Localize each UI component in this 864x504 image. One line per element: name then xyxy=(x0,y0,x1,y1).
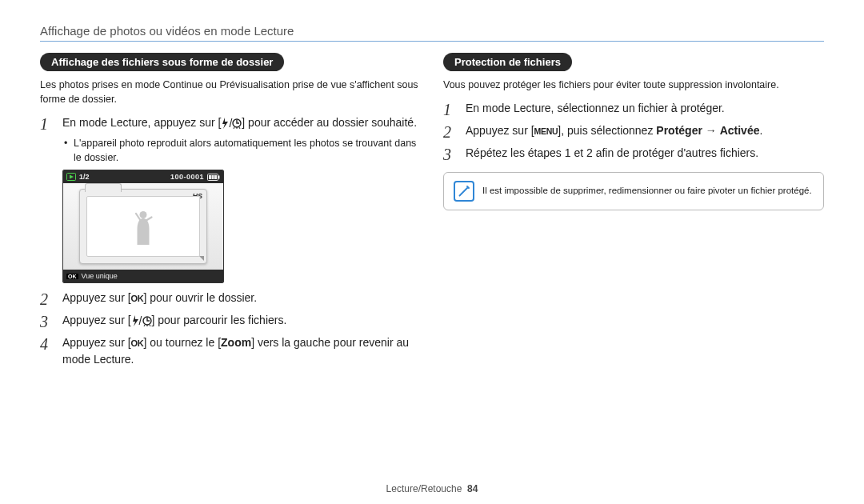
step-text: En mode Lecture, appuyez sur [/] pour ac… xyxy=(62,114,417,130)
title-separator xyxy=(40,41,824,42)
left-step1-bullets: L'appareil photo reproduit alors automat… xyxy=(64,137,421,165)
play-mode-icon xyxy=(66,173,76,181)
manual-page: Affichage de photos ou vidéos en mode Le… xyxy=(0,0,864,504)
svg-rect-5 xyxy=(212,175,214,179)
left-step-2: 2 Appuyez sur [OK] pour ouvrir le dossie… xyxy=(40,290,421,307)
right-intro: Vous pouvez protéger les fichiers pour é… xyxy=(443,78,824,92)
step-text: En mode Lecture, sélectionnez un fichier… xyxy=(466,100,725,116)
folder-corner-icon xyxy=(199,256,204,261)
left-steps: 1 En mode Lecture, appuyez sur [/] pour … xyxy=(40,114,421,367)
camera-ok-button-indicator: OK xyxy=(66,274,78,279)
camera-display-illustration: 1/2 100-0001 HS xyxy=(62,170,224,283)
right-steps: 1 En mode Lecture, sélectionnez un fichi… xyxy=(443,100,824,162)
camera-counter: 1/2 xyxy=(79,173,90,181)
flash-timer-icon: / xyxy=(221,118,242,129)
left-step-3: 3 Appuyez sur [/] pour parcourir les fic… xyxy=(40,312,421,330)
folder-illustration: HS xyxy=(79,189,207,264)
right-column: Protection de fichiers Vous pouvez proté… xyxy=(443,53,824,372)
step-text: Appuyez sur [/] pour parcourir les fichi… xyxy=(62,312,286,328)
footer-section: Lecture/Retouche xyxy=(386,483,462,494)
camera-fileno: 100-0001 xyxy=(170,173,204,181)
ok-icon: OK xyxy=(131,293,144,306)
right-step-1: 1 En mode Lecture, sélectionnez un fichi… xyxy=(443,100,824,118)
note-icon xyxy=(454,181,474,202)
svg-rect-4 xyxy=(209,175,211,179)
note-callout: Il est impossible de supprimer, redimens… xyxy=(443,172,824,210)
camera-bottom-label: Vue unique xyxy=(82,272,118,280)
svg-rect-6 xyxy=(214,175,217,179)
right-step-3: 3 Répétez les étapes 1 et 2 afin de prot… xyxy=(443,145,824,162)
page-footer: Lecture/Retouche 84 xyxy=(0,483,864,494)
step-number: 1 xyxy=(443,100,458,118)
left-column: Affichage des fichiers sous forme de dos… xyxy=(40,53,421,372)
step-number: 3 xyxy=(443,145,458,162)
svg-rect-3 xyxy=(218,175,220,178)
two-column-layout: Affichage des fichiers sous forme de dos… xyxy=(40,53,824,372)
step-number: 2 xyxy=(40,290,54,307)
step-number: 2 xyxy=(443,122,458,140)
note-text: Il est impossible de supprimer, redimens… xyxy=(482,185,812,198)
svg-point-7 xyxy=(140,211,147,218)
left-section-pill: Affichage des fichiers sous forme de dos… xyxy=(40,53,284,71)
step-text: Appuyez sur [OK] pour ouvrir le dossier. xyxy=(62,290,257,306)
step-text: Répétez les étapes 1 et 2 afin de protég… xyxy=(466,145,758,161)
page-title: Affichage de photos ou vidéos en mode Le… xyxy=(40,24,824,38)
bullet-item: L'appareil photo reproduit alors automat… xyxy=(64,137,421,165)
ok-icon: OK xyxy=(131,338,144,350)
right-section-pill: Protection de fichiers xyxy=(443,53,572,71)
footer-page-number: 84 xyxy=(467,483,478,494)
camera-bottom-bar: OK Vue unique xyxy=(63,270,223,282)
camera-body: HS xyxy=(63,183,223,270)
step-number: 1 xyxy=(40,114,54,132)
step-number: 4 xyxy=(40,334,54,352)
flash-timer-icon: / xyxy=(131,315,152,326)
camera-top-bar: 1/2 100-0001 xyxy=(63,170,223,183)
right-step-2: 2 Appuyez sur [MENU], puis sélectionnez … xyxy=(443,122,824,140)
left-step-1: 1 En mode Lecture, appuyez sur [/] pour … xyxy=(40,114,421,132)
step-text: Appuyez sur [OK] ou tournez le [Zoom] ve… xyxy=(62,334,421,367)
left-intro: Les photos prises en mode Continue ou Pr… xyxy=(40,78,421,106)
menu-icon: MENU xyxy=(534,126,558,138)
step-number: 3 xyxy=(40,312,54,330)
left-step-4: 4 Appuyez sur [OK] ou tournez le [Zoom] … xyxy=(40,334,421,367)
battery-icon xyxy=(207,174,220,181)
person-silhouette-icon xyxy=(131,209,155,245)
folder-inner xyxy=(86,196,200,257)
step-text: Appuyez sur [MENU], puis sélectionnez Pr… xyxy=(466,122,762,138)
